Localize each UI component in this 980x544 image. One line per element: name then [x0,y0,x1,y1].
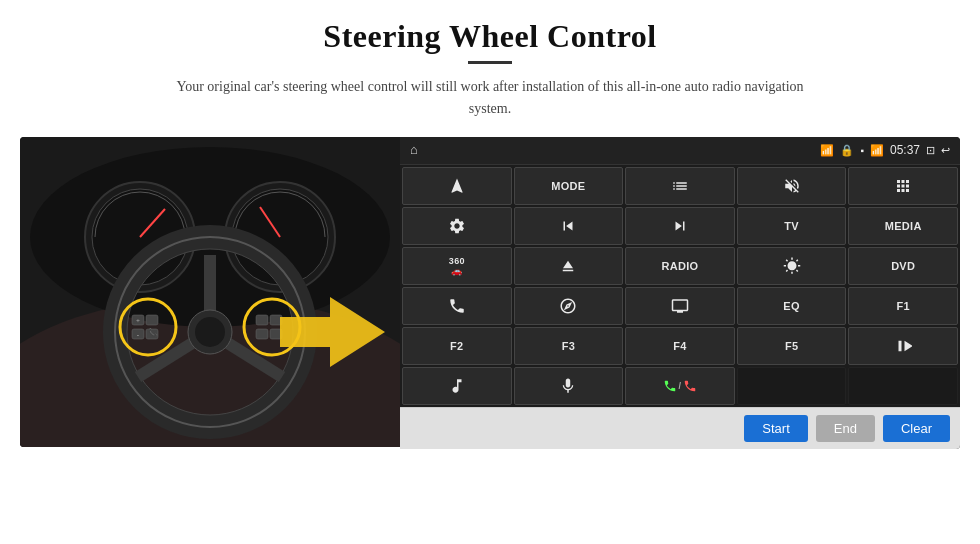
radio-button[interactable]: RADIO [625,247,735,285]
end-button[interactable]: End [816,415,875,442]
android-panel: ⌂ 📶 🔒 ▪ 📶 05:37 ⊡ ↩ [400,137,960,449]
eject-button[interactable] [514,247,624,285]
status-bar: ⌂ 📶 🔒 ▪ 📶 05:37 ⊡ ↩ [400,137,960,165]
mute-button[interactable] [737,167,847,205]
clear-button[interactable]: Clear [883,415,950,442]
svg-rect-27 [256,315,268,325]
eq-button[interactable]: EQ [737,287,847,325]
media-button[interactable]: MEDIA [848,207,958,245]
brightness-button[interactable] [737,247,847,285]
360-label: 360🚗 [449,256,465,276]
status-right: 📶 🔒 ▪ 📶 05:37 ⊡ ↩ [820,143,950,157]
sd-icon: ▪ [860,145,864,156]
mic-button[interactable] [514,367,624,405]
steering-wheel-image: km/h [20,137,400,447]
f3-button[interactable]: F3 [514,327,624,365]
dvd-button[interactable]: DVD [848,247,958,285]
home-icon: ⌂ [410,142,418,158]
tv-button[interactable]: TV [737,207,847,245]
360cam-button[interactable]: 360🚗 [402,247,512,285]
apps-button[interactable] [848,167,958,205]
action-bar: Start End Clear [400,407,960,449]
bluetooth-icon: 📶 [870,144,884,157]
page-title: Steering Wheel Control [323,18,656,55]
svg-text:📞: 📞 [148,327,158,337]
play-pause-button[interactable] [848,327,958,365]
f1-button[interactable]: F1 [848,287,958,325]
phone-button[interactable] [402,287,512,325]
status-left: ⌂ [410,142,418,158]
mode-button[interactable]: MODE [514,167,624,205]
phone-answer-button[interactable]: / [625,367,735,405]
battery-icon: ⊡ [926,144,935,157]
button-grid: MODE TV [400,165,960,407]
f2-button[interactable]: F2 [402,327,512,365]
start-button[interactable]: Start [744,415,807,442]
settings-button[interactable] [402,207,512,245]
f4-button[interactable]: F4 [625,327,735,365]
svg-rect-29 [256,329,268,339]
page-subtitle: Your original car's steering wheel contr… [160,76,820,121]
back-icon: ↩ [941,144,950,157]
svg-rect-20 [146,315,158,325]
svg-point-17 [195,317,225,347]
skip-back-button[interactable] [514,207,624,245]
content-row: km/h [20,137,960,449]
music-button[interactable] [402,367,512,405]
list-button[interactable] [625,167,735,205]
title-divider [468,61,512,64]
f5-button[interactable]: F5 [737,327,847,365]
lock-icon: 🔒 [840,144,854,157]
page-container: Steering Wheel Control Your original car… [0,0,980,544]
status-time: 05:37 [890,143,920,157]
svg-text:+: + [136,317,140,325]
navigate-button[interactable] [402,167,512,205]
wifi-icon: 📶 [820,144,834,157]
empty-btn-1 [737,367,847,405]
skip-forward-button[interactable] [625,207,735,245]
empty-btn-2 [848,367,958,405]
monitor-button[interactable] [625,287,735,325]
compass-button[interactable] [514,287,624,325]
